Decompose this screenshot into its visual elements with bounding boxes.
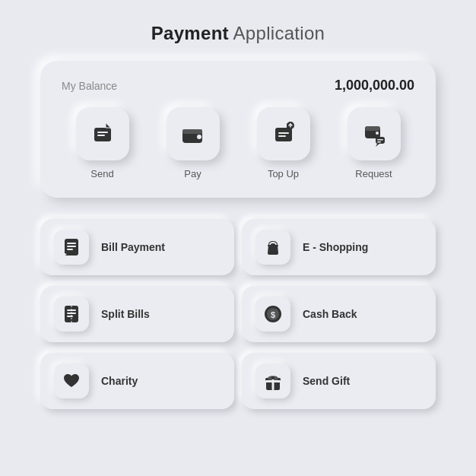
pay-button[interactable]: Pay [152, 107, 233, 179]
svg-rect-1 [97, 132, 108, 133]
send-gift-icon [262, 370, 284, 392]
charity-icon-wrap [54, 363, 89, 398]
svg-point-6 [197, 135, 202, 139]
topup-icon-wrap [257, 107, 310, 160]
svg-point-14 [376, 132, 379, 135]
topup-label: Top Up [268, 168, 299, 179]
svg-rect-2 [97, 135, 105, 136]
topup-icon [270, 120, 297, 148]
split-bills-icon-wrap [54, 297, 89, 332]
charity-item[interactable]: Charity [40, 353, 234, 409]
svg-point-39 [271, 376, 274, 379]
request-label: Request [355, 168, 392, 179]
pay-icon-wrap [167, 107, 220, 160]
pay-icon [179, 119, 208, 148]
svg-rect-9 [278, 135, 286, 137]
balance-card: My Balance 1,000,000.00 Send [40, 61, 436, 198]
cash-back-icon: $ [262, 303, 284, 325]
request-button[interactable]: Request [333, 107, 414, 179]
balance-header: My Balance 1,000,000.00 [62, 78, 414, 94]
send-label: Send [90, 168, 113, 179]
title-light: Application [229, 23, 325, 43]
cash-back-label: Cash Back [303, 308, 357, 320]
svg-rect-17 [377, 139, 383, 141]
send-button[interactable]: Send [62, 107, 143, 179]
svg-rect-5 [182, 129, 202, 134]
send-gift-label: Send Gift [303, 375, 350, 387]
svg-marker-3 [106, 123, 110, 128]
bill-payment-item[interactable]: Bill Payment [40, 219, 234, 275]
svg-marker-16 [376, 144, 379, 147]
title-bold: Payment [151, 23, 229, 43]
svg-rect-28 [67, 316, 73, 317]
svg-rect-22 [67, 249, 73, 250]
svg-rect-24 [268, 245, 278, 246]
bill-payment-icon [61, 236, 82, 258]
svg-rect-7 [275, 128, 292, 141]
balance-amount: 1,000,000.00 [335, 78, 414, 94]
send-icon-wrap [76, 107, 129, 160]
cash-back-item[interactable]: $ Cash Back [242, 286, 436, 342]
svg-rect-35 [272, 378, 274, 390]
split-bills-item[interactable]: Split Bills [40, 286, 234, 342]
bill-payment-icon-wrap [54, 230, 89, 265]
menu-grid: Bill Payment E - Shopping Split Bills [40, 219, 436, 409]
page-title: Payment Application [151, 23, 325, 44]
svg-rect-13 [365, 126, 380, 131]
action-buttons: Send Pay [62, 107, 414, 179]
charity-label: Charity [101, 375, 138, 387]
svg-rect-21 [67, 246, 76, 247]
cash-back-icon-wrap: $ [255, 297, 290, 332]
send-gift-icon-wrap [255, 363, 290, 398]
e-shopping-label: E - Shopping [303, 241, 368, 253]
e-shopping-item[interactable]: E - Shopping [242, 219, 436, 275]
svg-rect-8 [278, 132, 289, 134]
bill-payment-label: Bill Payment [101, 241, 165, 253]
svg-rect-20 [67, 243, 76, 244]
charity-icon [61, 370, 82, 392]
e-shopping-icon [262, 236, 284, 258]
send-icon [89, 120, 116, 148]
svg-rect-18 [377, 141, 381, 143]
request-icon [360, 120, 388, 148]
send-gift-item[interactable]: Send Gift [242, 353, 436, 409]
topup-button[interactable]: Top Up [243, 107, 324, 179]
split-bills-icon [61, 303, 82, 325]
e-shopping-icon-wrap [255, 230, 290, 265]
svg-rect-36 [265, 380, 281, 382]
balance-label: My Balance [62, 80, 117, 92]
request-icon-wrap [347, 107, 401, 160]
svg-text:$: $ [271, 310, 275, 319]
split-bills-label: Split Bills [101, 308, 150, 320]
pay-label: Pay [184, 168, 201, 179]
